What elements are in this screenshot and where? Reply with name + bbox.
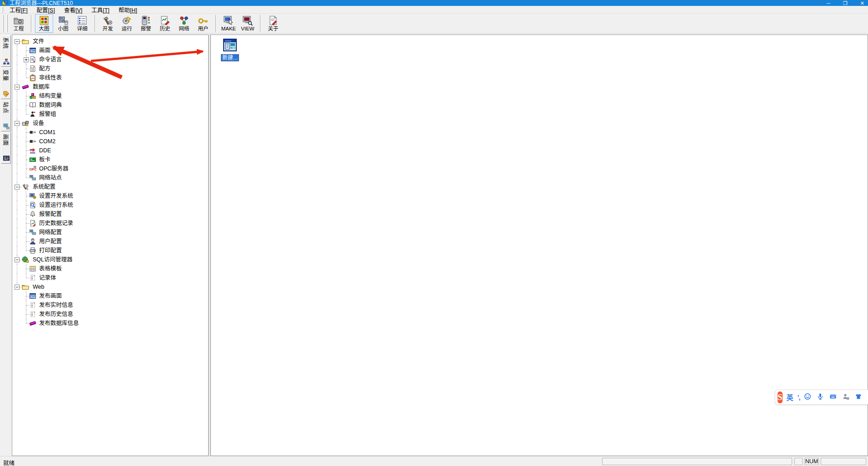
skin-icon[interactable] — [855, 393, 863, 401]
collapse-box[interactable]: − — [15, 121, 20, 126]
person-icon[interactable] — [842, 393, 851, 401]
tree-item[interactable]: 非线性表 — [12, 73, 208, 82]
svg-text:DDE: DDE — [30, 151, 35, 154]
tree-item[interactable]: 报警组 — [12, 110, 208, 119]
toolbar-button-project[interactable]: 工程 — [10, 14, 28, 33]
tree-item[interactable]: 表格模板 — [12, 264, 208, 273]
network-node-icon — [29, 174, 36, 181]
tree-item[interactable]: DDEDDE — [12, 146, 208, 155]
toolbar-button-larges-icon[interactable]: 大图 — [35, 14, 53, 33]
new-picture-item[interactable]: 新建... — [215, 37, 244, 61]
tree-item[interactable]: −文件 — [12, 37, 208, 46]
toolbar-button-alarm[interactable]: 报警 — [137, 14, 155, 33]
dictionary-icon — [29, 101, 36, 109]
mic-icon[interactable] — [817, 393, 825, 401]
menubar-grip[interactable] — [2, 7, 3, 13]
content-pane: 新建... — [210, 35, 868, 456]
tree-item-label: OPC服务器 — [39, 164, 69, 173]
tree-item[interactable]: 发布数据库信息 — [12, 319, 208, 328]
toolbar-button-details[interactable]: 详细 — [73, 14, 91, 33]
tree-item[interactable]: 发布画面 — [12, 291, 208, 301]
tree-connector — [17, 273, 17, 282]
emoji-icon[interactable] — [804, 393, 813, 401]
tree-item[interactable]: 报警配置 — [12, 210, 208, 219]
minimize-button[interactable]: ─ — [827, 0, 830, 6]
tree-item[interactable]: 用户配置 — [12, 237, 208, 246]
tree-item[interactable]: 板卡 — [12, 155, 208, 164]
toolbar-button-make[interactable]: MAKE — [219, 14, 238, 33]
side-tab-label: 站点 — [2, 102, 10, 114]
tree-item[interactable]: +命令语言 — [12, 55, 208, 64]
tree-item-label: SQL访问管理器 — [33, 255, 73, 264]
menu-item[interactable]: 查看[V] — [60, 5, 87, 15]
keyboard-icon[interactable] — [829, 393, 838, 401]
toolbar-button-about[interactable]: 关于 — [264, 14, 282, 33]
side-tab-system[interactable]: 系统 — [1, 35, 11, 67]
tree-item[interactable]: 画面 — [12, 46, 208, 55]
tree-item[interactable]: COM2 — [12, 137, 208, 146]
large-icons-icon — [39, 15, 50, 26]
menu-item[interactable]: 帮助[H] — [114, 5, 142, 15]
ime-language-mode[interactable]: 英 — [787, 392, 793, 402]
tree-item-label: 数据词典 — [39, 100, 62, 110]
toolbar-button-network[interactable]: 网络 — [175, 14, 193, 33]
tree-item[interactable]: −系统配置 — [12, 182, 208, 191]
side-tab-stations[interactable]: 站点 — [1, 100, 11, 131]
tree-item-label: 画面 — [39, 46, 50, 55]
tree-item[interactable]: OPCOPC服务器 — [12, 164, 208, 173]
menu-item[interactable]: 工程[F] — [5, 5, 32, 15]
project-tree-panel: −文件画面+命令语言配方非线性表−数据库结构变量数据词典报警组−设备COM1CO… — [12, 35, 209, 456]
side-tab-pictures[interactable]: 画面ALT — [1, 132, 11, 164]
collapse-box[interactable]: − — [15, 185, 20, 190]
toolbar-button-history[interactable]: 历史 — [156, 14, 174, 33]
tree-item[interactable]: 配方 — [12, 64, 208, 73]
folder-icon — [22, 283, 29, 291]
tree-item-label: 系统配置 — [33, 182, 55, 191]
details-icon — [77, 15, 88, 26]
tree-item[interactable]: COM1 — [12, 128, 208, 137]
ime-punctuation-mode[interactable]: ’, — [798, 394, 800, 401]
collapse-box[interactable]: − — [15, 285, 20, 290]
tree-item[interactable]: 发布实时信息 — [12, 301, 208, 310]
tree-item-label: 表格模板 — [39, 264, 62, 273]
tree-item[interactable]: −数据库 — [12, 82, 208, 91]
collapse-box[interactable]: − — [15, 257, 20, 262]
script-icon — [29, 56, 36, 63]
collapse-box[interactable]: − — [15, 39, 20, 44]
expand-box[interactable]: + — [24, 57, 29, 62]
toolbar-button-smalls-icon[interactable]: 小图 — [54, 14, 72, 33]
maximize-button[interactable]: ❐ — [843, 0, 848, 6]
tree-item-label: 命令语言 — [39, 55, 62, 64]
close-button[interactable]: ✕ — [860, 0, 864, 6]
menu-item[interactable]: 配置[S] — [32, 5, 60, 15]
side-tab-variables[interactable]: 变量 — [1, 67, 11, 99]
ime-logo[interactable]: S — [778, 391, 783, 403]
tree-item[interactable]: 设置开发系统 — [12, 191, 208, 200]
tree-item[interactable]: 历史数据记录 — [12, 219, 208, 228]
tree-item[interactable]: 结构变量 — [12, 91, 208, 100]
tree-item-label: 报警组 — [39, 110, 56, 119]
toolbar-button-run[interactable]: 运行 — [118, 14, 136, 33]
tree-item[interactable]: 设置运行系统 — [12, 200, 208, 210]
toolbar-button-user-key[interactable]: 用户 — [194, 14, 212, 33]
com-port-icon — [29, 138, 36, 145]
toolbar-grip2[interactable] — [6, 15, 8, 32]
toolbar-button-label: 报警 — [141, 26, 151, 32]
tree-connector — [26, 273, 26, 278]
toolbar-grip[interactable] — [2, 15, 4, 32]
tree-item[interactable]: −设备 — [12, 119, 208, 128]
toolbar-button-view[interactable]: VIEW — [239, 14, 257, 33]
tree-item[interactable]: 网络配置 — [12, 228, 208, 237]
tree-item[interactable]: 网络站点 — [12, 173, 208, 182]
tree-item[interactable]: −SQL访问管理器 — [12, 255, 208, 264]
tree-item[interactable]: 数据词典 — [12, 100, 208, 110]
tree-item[interactable]: −Web — [12, 282, 208, 291]
tree-item[interactable]: 记录体 — [12, 273, 208, 282]
toolbar-button-label: VIEW — [241, 26, 254, 32]
collapse-box[interactable]: − — [15, 85, 20, 90]
tree-item[interactable]: 发布历史信息 — [12, 310, 208, 319]
menu-item[interactable]: 工具[T] — [87, 5, 114, 15]
pictures-tab-icon: ALT — [3, 155, 10, 162]
tree-item[interactable]: 打印配置 — [12, 246, 208, 255]
toolbar-button-develop[interactable]: 开发 — [99, 14, 117, 33]
